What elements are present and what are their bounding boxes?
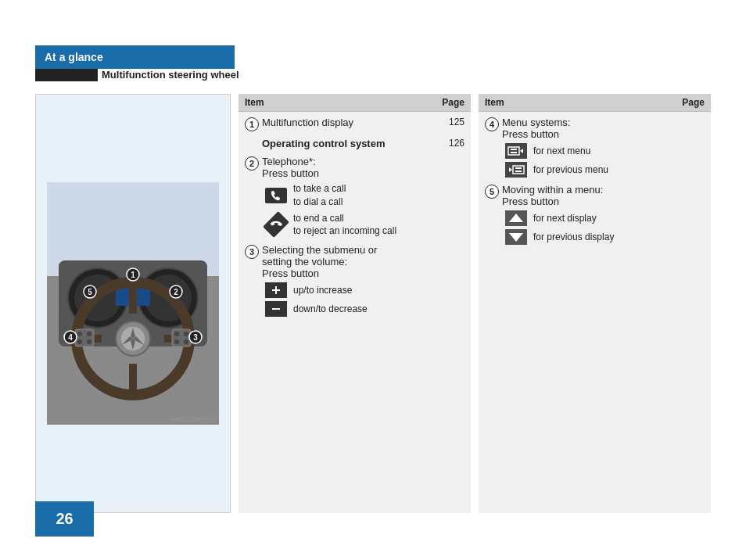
sub-item-arrow-down: for previous display xyxy=(505,229,677,245)
menu-next-icon xyxy=(505,143,527,159)
row-number-3: 3 xyxy=(245,245,259,259)
right-col-item-header: Item xyxy=(485,97,673,108)
right-table-header: Item Page xyxy=(479,94,711,112)
prev-menu-text: for previous menu xyxy=(533,163,608,177)
phone-green-icon xyxy=(265,188,287,203)
svg-rect-49 xyxy=(515,171,522,172)
left-table: Item Page 1 Multifunction display 125 xyxy=(239,94,471,513)
header-title: At a glance xyxy=(45,51,103,63)
svg-marker-50 xyxy=(509,167,512,172)
svg-rect-45 xyxy=(511,152,517,153)
steering-wheel-svg: 1 5 2 4 3 P46.10-2691-31 xyxy=(47,182,219,425)
content-area: 1 5 2 4 3 P46.10-2691-31 Item Page xyxy=(35,94,711,513)
left-col-page-header: Page xyxy=(433,97,464,108)
svg-marker-51 xyxy=(509,214,523,222)
right-table-body: 4 Menu systems:Press button xyxy=(479,112,711,256)
minus-icon xyxy=(265,301,287,317)
row-content-4: Menu systems:Press button xyxy=(502,117,677,178)
table-row: 4 Menu systems:Press button xyxy=(485,117,705,178)
svg-point-28 xyxy=(184,339,188,344)
row-number-1: 1 xyxy=(245,117,259,131)
row-page-1: 125 xyxy=(437,117,464,127)
next-menu-text: for next menu xyxy=(533,145,590,158)
svg-text:4: 4 xyxy=(68,333,73,342)
header-blue-bar: At a glance xyxy=(35,45,235,69)
svg-text:1: 1 xyxy=(131,271,135,279)
table-row: 2 Telephone*:Press button to take a call… xyxy=(245,156,464,238)
svg-text:2: 2 xyxy=(174,288,178,296)
row-number-2: 2 xyxy=(245,156,259,171)
prev-display-text: for previous display xyxy=(533,231,614,244)
plus-icon xyxy=(265,282,287,298)
arrow-down-icon xyxy=(505,229,527,245)
row-content-2: Telephone*:Press button to take a callto… xyxy=(262,156,437,238)
up-increase-text: up/to increase xyxy=(293,284,352,297)
page-badge: 26 xyxy=(35,501,94,537)
row-label-ocs: Operating control system xyxy=(262,138,385,149)
right-table: Item Page 4 Menu systems:Press button xyxy=(479,94,711,513)
sub-item-phone-red: to end a callto reject an incoming call xyxy=(265,212,437,239)
svg-text:5: 5 xyxy=(88,288,92,296)
svg-marker-46 xyxy=(520,149,523,153)
sub-item-arrow-up: for next display xyxy=(505,210,677,226)
row-label-1: Multifunction display xyxy=(262,117,353,128)
svg-rect-47 xyxy=(513,166,524,174)
svg-point-23 xyxy=(87,339,91,344)
row-page-ocs: 126 xyxy=(437,138,464,149)
svg-marker-52 xyxy=(509,233,523,242)
arrow-up-icon xyxy=(505,210,527,226)
svg-rect-19 xyxy=(75,329,94,346)
sub-item-phone-green: to take a callto dial a call xyxy=(265,182,437,209)
phone-end-text: to end a callto reject an incoming call xyxy=(293,212,396,239)
svg-text:P46.10-2691-31: P46.10-2691-31 xyxy=(170,416,216,423)
table-row: 1 Multifunction display 125 xyxy=(245,117,464,131)
subheader-text: Multifunction steering wheel xyxy=(102,69,239,81)
row-number-4: 4 xyxy=(485,117,499,131)
row-number-5: 5 xyxy=(485,185,499,199)
svg-rect-48 xyxy=(515,167,522,169)
row-content-3: Selecting the submenu orsetting the volu… xyxy=(262,244,437,317)
right-col-page-header: Page xyxy=(673,97,705,108)
row-content-1: Multifunction display xyxy=(262,117,437,128)
steering-wheel-image: 1 5 2 4 3 P46.10-2691-31 xyxy=(35,94,231,513)
svg-point-21 xyxy=(87,332,91,336)
svg-point-22 xyxy=(77,339,82,344)
phone-take-text: to take a callto dial a call xyxy=(293,182,346,209)
svg-rect-43 xyxy=(508,147,519,155)
sub-item-plus: up/to increase xyxy=(265,282,437,298)
svg-rect-41 xyxy=(272,289,280,291)
page-number: 26 xyxy=(56,510,73,528)
left-col-item-header: Item xyxy=(245,97,433,108)
svg-text:3: 3 xyxy=(193,333,198,342)
left-table-body: 1 Multifunction display 125 Operating co… xyxy=(239,112,471,328)
sub-item-menu-prev: for previous menu xyxy=(505,162,677,178)
table-row: 3 Selecting the submenu orsetting the vo… xyxy=(245,244,464,317)
menu-prev-icon xyxy=(505,162,527,178)
table-row: Operating control system 126 xyxy=(245,138,464,149)
phone-red-icon xyxy=(263,211,289,238)
header-black-bar xyxy=(35,69,98,81)
row-content-5: Moving within a menu:Press button for ne… xyxy=(502,184,677,245)
svg-point-20 xyxy=(77,332,82,336)
row-label-5: Moving within a menu:Press button xyxy=(502,184,677,207)
svg-rect-44 xyxy=(511,149,517,150)
row-label-4: Menu systems:Press button xyxy=(502,117,677,140)
down-decrease-text: down/to decrease xyxy=(293,303,368,316)
sub-item-menu-next: for next menu xyxy=(505,143,677,159)
svg-rect-42 xyxy=(272,308,280,310)
sub-item-minus: down/to decrease xyxy=(265,301,437,317)
svg-point-27 xyxy=(174,339,179,344)
svg-rect-24 xyxy=(172,329,191,346)
svg-point-25 xyxy=(174,332,179,336)
svg-point-26 xyxy=(184,332,188,336)
row-label-2: Telephone*:Press button xyxy=(262,156,437,179)
left-table-header: Item Page xyxy=(239,94,471,112)
row-content-ocs: Operating control system xyxy=(262,138,437,149)
next-display-text: for next display xyxy=(533,212,597,225)
table-row: 5 Moving within a menu:Press button for … xyxy=(485,184,705,245)
row-label-3: Selecting the submenu orsetting the volu… xyxy=(262,244,437,279)
